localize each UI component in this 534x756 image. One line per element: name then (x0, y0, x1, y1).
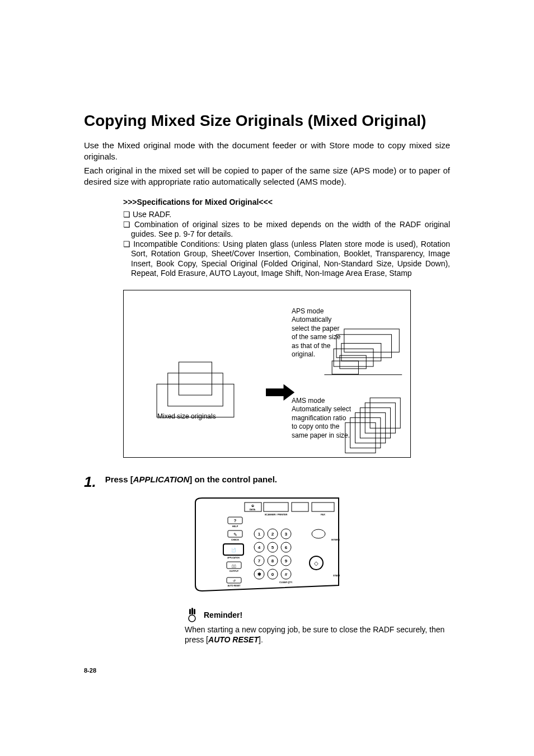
step-1-number: 1. (84, 475, 96, 489)
control-panel-figure: ⦿ DATA SCANNER / PRINTER FAX ? HELP ✎ CH… (84, 497, 450, 592)
svg-point-48 (189, 615, 195, 622)
panel-key-1: 1 (258, 532, 261, 537)
svg-rect-1 (168, 373, 223, 406)
reminder-text: When starting a new copying job, be sure… (185, 624, 450, 645)
panel-key-5: 5 (271, 545, 274, 550)
svg-rect-5 (336, 334, 391, 357)
panel-data-label: DATA (250, 508, 256, 511)
spec-heading: >>>Specifications for Mixed Original<<< (123, 198, 450, 206)
panel-key-9: 9 (285, 558, 288, 564)
panel-fax-label: FAX (321, 513, 325, 516)
intro-paragraph-1: Use the Mixed original mode with the doc… (84, 140, 450, 163)
page-number: 8-28 (84, 667, 450, 674)
diagram-mixed-label: Mixed size originals (157, 412, 216, 421)
control-panel-svg: ⦿ DATA SCANNER / PRINTER FAX ? HELP ✎ CH… (194, 497, 340, 592)
reminder-label: Reminder! (204, 611, 242, 619)
panel-interrupt-label: INTERRUPT (331, 538, 340, 541)
intro-paragraph-2: Each original in the mixed set will be c… (84, 165, 450, 188)
panel-key-0: 0 (271, 572, 274, 577)
panel-start-label: START (333, 574, 340, 577)
panel-help-label: HELP (232, 525, 238, 528)
svg-rect-50 (191, 608, 193, 614)
svg-rect-2 (179, 361, 212, 395)
panel-clear-label: CLEAR QTY. (279, 581, 293, 584)
panel-check-label: CHECK (231, 538, 239, 541)
svg-marker-3 (266, 384, 294, 401)
svg-text:▯▯: ▯▯ (232, 564, 236, 568)
diagram-aps-text: APS mode Automatically select the paper … (292, 307, 340, 360)
step-1: 1. Press [APPLICATION] on the control pa… (84, 475, 450, 489)
mode-diagram: Mixed size originals APS mode Automatica… (123, 290, 411, 458)
step-1-suffix: ] on the control panel. (189, 475, 277, 484)
panel-key-6: 6 (285, 545, 288, 550)
panel-key-4: 4 (258, 545, 261, 550)
panel-output-label: OUTPUT (229, 570, 239, 572)
reminder-text-post: ]. (259, 635, 263, 644)
step-1-button: APPLICATION (133, 475, 190, 484)
reminder-row: Reminder! (185, 608, 450, 622)
step-1-text: Press [APPLICATION] on the control panel… (105, 475, 277, 484)
spec-item-2: ❏ Combination of original sizes to be mi… (123, 220, 450, 240)
panel-key-star: ✱ (257, 572, 261, 577)
spec-item-1: ❏ Use RADF. (123, 210, 450, 220)
spec-item-3: ❏ Incompatible Conditions: Using platen … (123, 240, 450, 279)
spec-block: >>>Specifications for Mixed Original<<< … (123, 198, 450, 279)
diagram-ams-text: AMS mode Automatically select magnificat… (292, 397, 351, 440)
svg-text:◇: ◇ (314, 560, 318, 566)
svg-text:⦿: ⦿ (251, 504, 254, 508)
svg-rect-9 (332, 361, 358, 374)
panel-key-3: 3 (285, 532, 288, 537)
svg-text:↺: ↺ (233, 579, 236, 583)
panel-key-8: 8 (271, 558, 274, 564)
panel-autoreset-label: AUTO RESET (227, 585, 241, 587)
svg-text:📄: 📄 (231, 547, 236, 552)
panel-application-label: APPLICATION (227, 557, 240, 559)
panel-scanner-label: SCANNER / PRINTER (265, 513, 288, 516)
panel-key-2: 2 (271, 532, 274, 537)
reminder-icon (185, 608, 199, 622)
step-1-prefix: Press [ (105, 475, 133, 484)
diagram-svg (124, 290, 410, 456)
svg-rect-51 (194, 609, 195, 614)
page-title: Copying Mixed Size Originals (Mixed Orig… (84, 112, 450, 130)
reminder-text-btn: AUTO RESET (208, 635, 259, 644)
panel-key-hash: # (285, 572, 288, 577)
panel-key-7: 7 (258, 558, 261, 564)
svg-text:✎: ✎ (233, 532, 237, 537)
svg-rect-49 (189, 609, 191, 614)
svg-text:?: ? (234, 518, 237, 523)
